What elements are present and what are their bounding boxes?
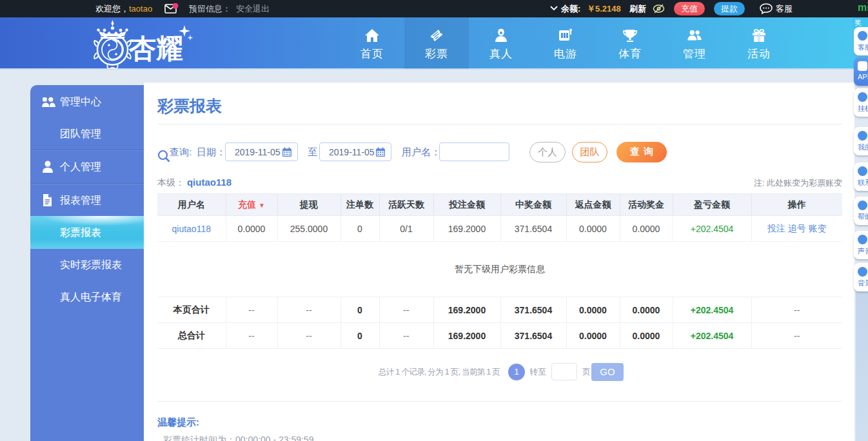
svg-text:杏耀: 杏耀 xyxy=(128,34,183,64)
